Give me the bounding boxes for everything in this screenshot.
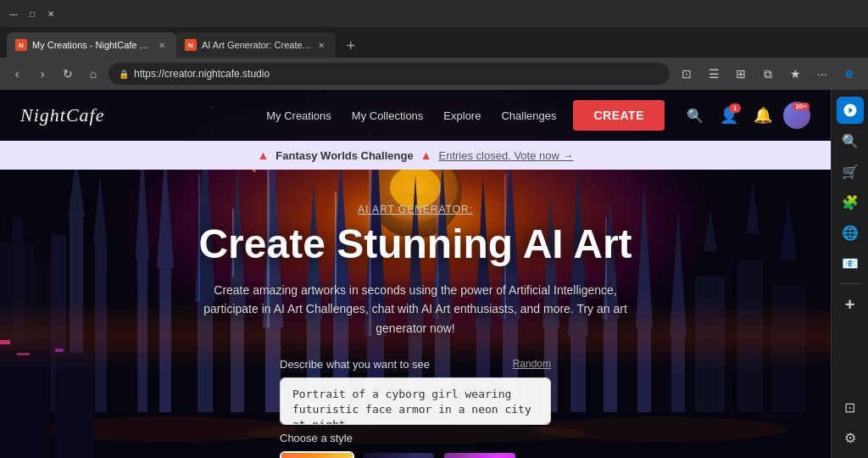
prompt-input[interactable] — [280, 377, 551, 425]
notifications-icon[interactable]: 🔔 — [749, 102, 776, 129]
split-screen-icon[interactable]: ⧉ — [756, 62, 780, 86]
tab-favicon-2: N — [185, 39, 197, 51]
profile-icon[interactable]: 👤 1 — [715, 102, 743, 129]
page-wrapper: NightCafe My Creations My Collections Ex… — [0, 90, 831, 458]
window-controls[interactable]: — □ ✕ — [7, 7, 58, 20]
address-bar: ‹ › ↻ ⌂ 🔒 https://creator.nightcafe.stud… — [0, 58, 868, 90]
new-tab-button[interactable]: + — [339, 34, 363, 58]
more-tools-icon[interactable]: ··· — [810, 62, 834, 86]
nav-icons: 🔍 👤 1 🔔 20+ — [682, 102, 810, 129]
challenge-name[interactable]: Fantasy Worlds Challenge — [275, 149, 413, 162]
nav-explore[interactable]: Explore — [443, 109, 481, 122]
tab-favicon-1: N — [15, 39, 27, 51]
create-button[interactable]: CREATE — [573, 100, 665, 131]
home-button[interactable]: ⌂ — [83, 64, 103, 84]
edge-browser-icon[interactable]: 🌐 — [837, 219, 864, 246]
close-button[interactable]: ✕ — [44, 7, 58, 20]
edge-shopping-icon[interactable]: 🛒 — [837, 158, 864, 185]
tab-bar: N My Creations - NightCafe Creato... ✕ N… — [0, 27, 868, 58]
edge-sidebar: 🔍 🛒 🧩 🌐 📧 + ⊡ ⚙ — [831, 90, 868, 458]
prompt-section: Describe what you want to see Random — [280, 358, 551, 425]
refresh-button[interactable]: ↻ — [58, 64, 78, 84]
prompt-label: Describe what you want to see — [280, 358, 430, 371]
edge-copilot-icon[interactable] — [837, 97, 864, 124]
navbar: NightCafe My Creations My Collections Ex… — [0, 90, 831, 141]
lock-icon: 🔒 — [119, 70, 129, 79]
style-section: Choose a style Striking Anime v2 — [280, 432, 551, 458]
challenge-link[interactable]: Entries closed. Vote now → — [439, 149, 574, 162]
nav-links: My Creations My Collections Explore Chal… — [266, 109, 556, 122]
nav-my-collections[interactable]: My Collections — [352, 109, 424, 122]
collections-icon[interactable]: ★ — [783, 62, 807, 86]
challenge-banner: ▲ Fantasy Worlds Challenge ▲ Entries clo… — [0, 141, 831, 170]
avatar-badge: 20+ — [793, 103, 810, 110]
title-bar: — □ ✕ — [0, 0, 868, 27]
forward-button[interactable]: › — [32, 64, 53, 84]
edge-logo[interactable]: e — [837, 62, 861, 86]
challenge-icon: ▲ — [258, 148, 270, 162]
tab-2[interactable]: N AI Art Generator: Create... ✕ — [176, 32, 336, 58]
minimize-button[interactable]: — — [7, 7, 20, 20]
nav-challenges[interactable]: Challenges — [501, 109, 556, 122]
url-input[interactable]: 🔒 https://creator.nightcafe.studio — [108, 63, 670, 85]
tab-close-2[interactable]: ✕ — [315, 39, 327, 51]
profile-badge: 1 — [729, 103, 741, 113]
edge-settings-icon[interactable]: ⚙ — [837, 424, 864, 451]
prompt-header: Describe what you want to see Random — [280, 358, 551, 371]
sidebar-divider — [840, 283, 860, 284]
maximize-button[interactable]: □ — [25, 7, 39, 20]
edge-add-icon[interactable]: + — [837, 291, 864, 318]
edge-search-icon[interactable]: 🔍 — [837, 127, 864, 154]
tab-close-1[interactable]: ✕ — [156, 39, 168, 51]
back-button[interactable]: ‹ — [7, 64, 27, 84]
toolbar-icons: ⊡ ☰ ⊞ ⧉ ★ ··· e — [675, 62, 861, 86]
random-link[interactable]: Random — [513, 358, 551, 370]
edge-extensions-icon[interactable]: 🧩 — [837, 188, 864, 215]
challenge-icon-2: ▲ — [420, 148, 432, 162]
style-card-anime[interactable]: Anime v2 — [361, 451, 436, 458]
main-layout: NightCafe My Creations My Collections Ex… — [0, 90, 868, 458]
reading-view-icon[interactable]: ☰ — [702, 62, 726, 86]
url-text: https://creator.nightcafe.studio — [134, 68, 270, 80]
style-card-vibrant[interactable]: Vibrant — [442, 451, 517, 458]
style-label: Choose a style — [280, 432, 551, 444]
hero-description: Create amazing artworks in seconds using… — [203, 281, 627, 338]
nav-my-creations[interactable]: My Creations — [266, 109, 331, 122]
hero-title: Create Stunning AI Art — [198, 222, 632, 267]
edge-sidebar-toggle-icon[interactable]: ⊡ — [837, 394, 864, 421]
user-avatar[interactable]: 20+ — [783, 102, 810, 129]
hero-subtitle: AI ART GENERATOR: — [358, 204, 473, 215]
site-logo[interactable]: NightCafe — [20, 104, 104, 126]
search-icon[interactable]: 🔍 — [682, 102, 709, 129]
tab-label-1: My Creations - NightCafe Creato... — [32, 40, 151, 50]
style-card-striking[interactable]: Striking — [280, 451, 354, 458]
edge-outlook-icon[interactable]: 📧 — [837, 249, 864, 276]
favorites-icon[interactable]: ⊡ — [675, 62, 698, 86]
tab-groups-icon[interactable]: ⊞ — [729, 62, 753, 86]
tab-1[interactable]: N My Creations - NightCafe Creato... ✕ — [7, 32, 176, 58]
hero-content: AI ART GENERATOR: Create Stunning AI Art… — [0, 170, 831, 458]
style-options: Striking Anime v2 Vibrant — [280, 451, 551, 458]
tab-label-2: AI Art Generator: Create... — [202, 40, 310, 50]
